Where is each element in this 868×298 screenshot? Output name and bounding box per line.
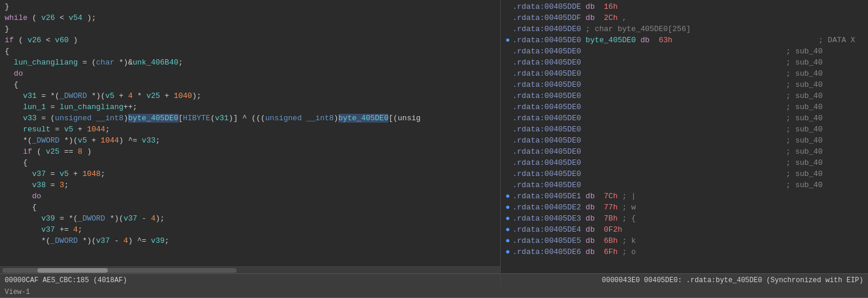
status-text-right: 0000043E0 00405DE0: .rdata:byte_405DE0 (… [602, 276, 863, 285]
code-line: v33 = (unsigned __int8)byte_405DE0[HIBYT… [5, 113, 495, 124]
bullet-icon: ● [505, 35, 512, 46]
code-line: *(_DWORD *)(v37 - 4) ^= v39; [5, 235, 495, 246]
hex-line: .rdata:00405DE0 ; sub_40 [505, 68, 863, 79]
hex-line: .rdata:00405DE0 ; sub_40 [505, 79, 863, 90]
hex-line: .rdata:00405DE0 ; sub_40 [505, 124, 863, 135]
right-panel: .rdata:00405DDE db 16h .rdata:00405DDF d… [501, 0, 868, 286]
code-line: result = v5 + 1044; [5, 124, 495, 135]
no-bullet [505, 68, 512, 79]
code-line: v38 = 3; [5, 180, 495, 191]
hex-line: .rdata:00405DDF db 2Ch , [505, 12, 863, 23]
hex-line: .rdata:00405DE0 ; sub_40 [505, 146, 863, 157]
no-bullet [505, 46, 512, 57]
no-bullet [505, 180, 512, 191]
scrollbar-track[interactable] [2, 268, 237, 273]
no-bullet [505, 57, 512, 68]
bullet-icon: ● [505, 224, 512, 235]
bullet-icon: ● [505, 202, 512, 213]
tab-label[interactable]: View-1 [5, 288, 30, 296]
hex-line: .rdata:00405DE0 ; sub_40 [505, 46, 863, 57]
hex-line: ● .rdata:00405DE2 db 77h ; w [505, 202, 863, 213]
hex-line: .rdata:00405DE0 ; sub_40 [505, 90, 863, 101]
tab-bar: View-1 [0, 286, 868, 298]
bullet-icon: ● [505, 246, 512, 258]
hex-line: .rdata:00405DE0 ; sub_40 [505, 57, 863, 68]
code-line: v37 += 4; [5, 224, 495, 235]
status-bar-right: 0000043E0 00405DE0: .rdata:byte_405DE0 (… [501, 273, 868, 286]
hex-line: .rdata:00405DE0 ; sub_40 [505, 135, 863, 146]
hex-area: .rdata:00405DDE db 16h .rdata:00405DDF d… [501, 0, 868, 273]
code-line: { [5, 202, 495, 213]
no-bullet [505, 124, 512, 135]
bullet-icon: ● [505, 191, 512, 202]
no-bullet [505, 90, 512, 101]
hex-line: .rdata:00405DE0 ; sub_40 [505, 168, 863, 180]
code-line: { [5, 157, 495, 168]
main-content: } while ( v26 < v54 ); } if ( v26 < v60 … [0, 0, 868, 286]
status-text-left: 00000CAF AES_CBC:185 (4018AF) [5, 276, 127, 285]
code-line: } [5, 1, 495, 12]
scrollbar-thumb[interactable] [37, 268, 108, 273]
no-bullet [505, 23, 512, 35]
code-line: } [5, 23, 495, 35]
status-bar-left: 00000CAF AES_CBC:185 (4018AF) [0, 273, 500, 286]
no-bullet [505, 157, 512, 168]
no-bullet [505, 12, 512, 23]
no-bullet [505, 135, 512, 146]
hex-line: .rdata:00405DE0 ; sub_40 [505, 113, 863, 124]
bullet-icon: ● [505, 213, 512, 224]
code-line: v31 = *(_DWORD *)(v5 + 4 * v25 + 1040); [5, 90, 495, 101]
hex-line: ● .rdata:00405DE5 db 6Bh ; k [505, 235, 863, 246]
hex-line: ● .rdata:00405DE3 db 7Bh ; { [505, 213, 863, 224]
code-line: do [5, 68, 495, 79]
code-line: *(_DWORD *)(v5 + 1044) ^= v33; [5, 135, 495, 146]
left-panel: } while ( v26 < v54 ); } if ( v26 < v60 … [0, 0, 501, 286]
no-bullet [505, 101, 512, 113]
scrollbar-area[interactable] [0, 266, 500, 273]
hex-line: .rdata:00405DDE db 16h [505, 1, 863, 12]
hex-line: .rdata:00405DE0 ; sub_40 [505, 157, 863, 168]
no-bullet [505, 168, 512, 180]
no-bullet [505, 79, 512, 90]
code-line: if ( v25 == 8 ) [5, 146, 495, 157]
code-line: { [5, 79, 495, 90]
code-line: { [5, 46, 495, 57]
no-bullet [505, 113, 512, 124]
code-line: if ( v26 < v60 ) [5, 35, 495, 46]
hex-line: .rdata:00405DE0 ; char byte_405DE0[256] [505, 23, 863, 35]
no-bullet [505, 146, 512, 157]
code-line: lun_changliang = (char *)&unk_406B40; [5, 57, 495, 68]
code-line: while ( v26 < v54 ); [5, 12, 495, 23]
code-line: do [5, 191, 495, 202]
code-line: lun_1 = lun_changliang++; [5, 101, 495, 113]
hex-line: ● .rdata:00405DE4 db 0F2h [505, 224, 863, 235]
bullet-icon: ● [505, 235, 512, 246]
hex-line: ● .rdata:00405DE6 db 6Fh ; o [505, 246, 863, 258]
hex-line: .rdata:00405DE0 ; sub_40 [505, 101, 863, 113]
hex-line: ● .rdata:00405DE0 byte_405DE0 db 63h ; D… [505, 35, 863, 46]
code-area: } while ( v26 < v54 ); } if ( v26 < v60 … [0, 0, 500, 266]
hex-line: .rdata:00405DE0 ; sub_40 [505, 180, 863, 191]
code-line: v37 = v5 + 1048; [5, 168, 495, 180]
hex-line: ● .rdata:00405DE1 db 7Ch ; | [505, 191, 863, 202]
code-line: v39 = *(_DWORD *)(v37 - 4); [5, 213, 495, 224]
no-bullet [505, 1, 512, 12]
